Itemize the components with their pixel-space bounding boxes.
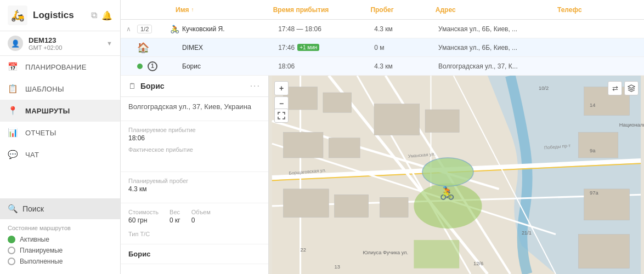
user-section[interactable]: 👤 DEM123 GMT +02:00 ▼ — [0, 31, 120, 56]
sort-arrow-icon: ↑ — [191, 7, 194, 13]
more-options-icon[interactable]: ··· — [250, 81, 261, 91]
svg-text:9a: 9a — [590, 148, 596, 153]
search-icon: 🔍 — [8, 204, 18, 214]
th-mileage[interactable]: Пробег — [370, 6, 435, 14]
status-item-planned[interactable]: Планируемые — [8, 247, 112, 254]
svg-text:13: 13 — [335, 264, 340, 270]
weight-label: Вес — [170, 209, 180, 215]
detail-panel: 🗒 Борис ··· Волгоградская ул., 37, Киев,… — [121, 76, 269, 274]
planned-arrival-value: 18:06 — [128, 134, 261, 142]
volume-col: Объем 0 — [191, 209, 211, 229]
home-icon: 🏠 — [137, 42, 149, 54]
svg-text:12/6: 12/6 — [473, 261, 483, 266]
bottom-panel: 🗒 Борис ··· Волгоградская ул., 37, Киев,… — [121, 76, 644, 274]
row-address: Уманская ул., 6Б, Киев, ... — [438, 44, 558, 52]
table-row[interactable]: 1 Борис 18:06 4.3 км Волгоградская ул., … — [121, 57, 644, 76]
route-status-title: Состояние маршрутов — [8, 225, 112, 231]
table-row[interactable]: 🏠 DIMEX 17:46 +1 мин 0 м Уманская ул., 6… — [121, 38, 644, 57]
app-logo: 🛵 — [8, 5, 27, 25]
rotate-map-button[interactable]: ⇄ — [608, 81, 622, 95]
sidebar-item-label: МАРШРУТЫ — [25, 107, 70, 115]
num-circle: 1 — [148, 61, 157, 71]
status-dot-done — [8, 258, 15, 265]
expand-map-button[interactable] — [274, 109, 289, 123]
sidebar-item-planning[interactable]: 📅 ПЛАНИРОВАНИЕ — [0, 56, 120, 78]
status-label-planned: Планируемые — [20, 247, 63, 254]
detail-address: Волгоградская ул., 37, Киев, Украина — [128, 102, 261, 111]
actual-arrival-label: Фактическое прибытие — [128, 146, 261, 153]
search-label: Поиск — [22, 204, 44, 213]
th-arrival[interactable]: Время прибытия — [273, 6, 371, 14]
planned-mileage-value: 4.3 км — [128, 185, 261, 193]
calendar-icon: 📅 — [8, 62, 19, 72]
header-icons: ⧉ 🔔 — [91, 10, 112, 21]
th-address[interactable]: Адрес — [436, 6, 557, 14]
cost-value: 60 грн — [128, 216, 159, 224]
row-name: Кучковский Я. — [182, 25, 278, 33]
status-dot-active — [8, 236, 15, 243]
row-arrival: 17:46 +1 мин — [278, 44, 374, 52]
app-title: Logistics — [33, 10, 74, 21]
th-phone[interactable]: Телефс — [557, 6, 639, 14]
detail-section-title: Борис — [121, 244, 268, 264]
svg-rect-26 — [578, 235, 629, 269]
svg-rect-19 — [425, 110, 459, 132]
row-address: Уманская ул., 6Б, Киев, ... — [438, 25, 558, 33]
weight-value: 0 кг — [170, 216, 180, 224]
map-container[interactable]: Борщаговская ул. Уманская ул. Победы пр-… — [269, 76, 644, 274]
map-marker: 🚴 — [439, 185, 455, 201]
user-info: DEM123 GMT +02:00 — [29, 36, 101, 51]
table-body: ∧ 1/2 🚴 Кучковский Я. 17:48 — 18:06 4.3 … — [121, 20, 644, 76]
status-label-active: Активные — [20, 236, 49, 243]
svg-rect-21 — [335, 195, 369, 217]
svg-rect-18 — [374, 104, 420, 135]
row-num: 🏠 — [137, 42, 170, 54]
detail-mileage-section: Планируемый пробег 4.3 км — [121, 172, 268, 203]
status-item-done[interactable]: Выполненные — [8, 258, 112, 265]
svg-rect-20 — [284, 189, 329, 218]
sidebar-header: 🛵 Logistics ⧉ 🔔 — [0, 0, 120, 31]
zoom-in-button[interactable]: + — [274, 81, 289, 95]
actual-arrival-value — [128, 154, 261, 162]
sidebar-item-label: ПЛАНИРОВАНИЕ — [25, 63, 87, 71]
templates-icon: 📋 — [8, 84, 19, 94]
svg-text:Юлиуса Фучика ул.: Юлиуса Фучика ул. — [363, 250, 408, 255]
table-row[interactable]: ∧ 1/2 🚴 Кучковский Я. 17:48 — 18:06 4.3 … — [121, 20, 644, 38]
detail-header: 🗒 Борис ··· — [121, 76, 268, 97]
detail-icon: 🗒 — [128, 82, 136, 90]
layers-button[interactable] — [624, 81, 639, 95]
svg-rect-15 — [323, 93, 352, 112]
cost-label: Стоимость — [128, 209, 159, 215]
chevron-down-icon: ▼ — [106, 40, 112, 47]
sidebar: 🛵 Logistics ⧉ 🔔 👤 DEM123 GMT +02:00 ▼ 📅 … — [0, 0, 121, 274]
svg-text:22: 22 — [301, 247, 306, 253]
svg-rect-24 — [578, 132, 618, 158]
sidebar-item-reports[interactable]: 📊 ОТЧЕТЫ — [0, 122, 120, 144]
detail-planned-arrival-section: Планируемое прибытие 18:06 Фактическое п… — [121, 121, 268, 172]
sidebar-item-label: ЧАТ — [25, 151, 39, 159]
status-item-active[interactable]: Активные — [8, 236, 112, 243]
svg-rect-16 — [284, 132, 323, 158]
bell-icon[interactable]: 🔔 — [101, 10, 112, 21]
row-address: Волгоградская ул., 37, К... — [438, 62, 558, 70]
th-name[interactable]: Имя ↑ — [176, 6, 273, 14]
main-panel: Имя ↑ Время прибытия Пробег Адрес Телефс… — [121, 0, 644, 274]
row-name: Борис — [182, 62, 278, 70]
sidebar-item-chat[interactable]: 💬 ЧАТ — [0, 144, 120, 165]
copy-icon[interactable]: ⧉ — [91, 10, 97, 21]
vehicle-type-label: Тип Т/С — [128, 231, 261, 237]
map-view: Борщаговская ул. Уманская ул. Победы пр-… — [269, 76, 644, 274]
chat-icon: 💬 — [8, 150, 19, 159]
row-mileage: 0 м — [374, 44, 438, 52]
sidebar-item-templates[interactable]: 📋 ШАБЛОНЫ — [0, 78, 120, 100]
svg-text:97a: 97a — [590, 190, 598, 196]
active-dot-icon — [137, 64, 143, 69]
status-dot-planned — [8, 247, 15, 254]
volume-value: 0 — [191, 216, 211, 224]
expand-icon[interactable]: ∧ — [126, 25, 137, 33]
sidebar-item-routes[interactable]: 📍 МАРШРУТЫ — [0, 100, 120, 122]
arrival-badge: +1 мин — [297, 44, 319, 51]
cost-col: Стоимость 60 грн — [128, 209, 159, 229]
search-section[interactable]: 🔍 Поиск — [0, 198, 120, 219]
planned-mileage-label: Планируемый пробег — [128, 178, 261, 184]
